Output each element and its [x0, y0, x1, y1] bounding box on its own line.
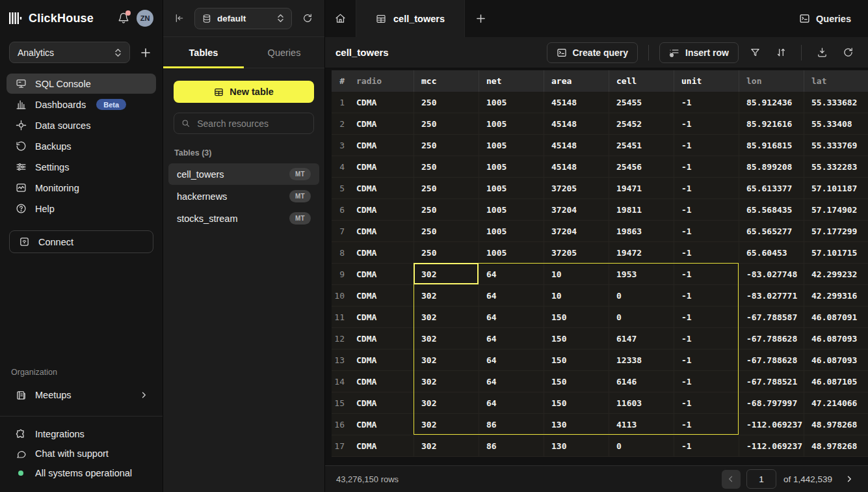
table-cell[interactable]: 0 [609, 307, 674, 327]
table-cell[interactable]: 25452 [609, 113, 674, 134]
table-cell[interactable]: 64 [479, 392, 544, 413]
notifications-button[interactable] [116, 11, 131, 25]
table-cell[interactable]: 86 [479, 414, 544, 435]
table-cell[interactable]: CDMA [349, 199, 414, 220]
table-cell[interactable]: 42.299232 [804, 264, 868, 284]
table-cell[interactable]: -1 [674, 307, 739, 327]
table-cell[interactable]: CDMA [349, 307, 414, 327]
database-select[interactable]: default [194, 8, 292, 29]
table-cell[interactable]: 250 [414, 242, 479, 263]
table-cell[interactable]: 1005 [479, 199, 544, 220]
sidebar-item-monitoring[interactable]: Monitoring [7, 178, 156, 198]
queries-button[interactable]: Queries [782, 0, 868, 37]
system-status[interactable]: All systems operational [7, 463, 156, 483]
sort-button[interactable] [771, 43, 791, 62]
table-cell[interactable]: 302 [414, 328, 479, 349]
table-cell[interactable]: CDMA [349, 371, 414, 392]
table-cell[interactable]: 150 [544, 371, 609, 392]
table-cell[interactable]: 25455 [609, 92, 674, 113]
sidebar-item-integrations[interactable]: Integrations [7, 424, 156, 444]
table-cell[interactable]: 37204 [544, 199, 609, 220]
table-cell[interactable]: 1005 [479, 242, 544, 263]
table-cell[interactable]: CDMA [349, 135, 414, 156]
table-cell[interactable]: 302 [414, 349, 479, 370]
add-workspace-button[interactable] [138, 45, 153, 61]
table-cell[interactable]: 57.101187 [804, 178, 868, 198]
table-cell[interactable]: -1 [674, 199, 739, 220]
table-cell[interactable]: 55.333682 [804, 92, 868, 113]
table-cell[interactable]: 45148 [544, 135, 609, 156]
table-cell[interactable]: 250 [414, 113, 479, 134]
search-resources-input[interactable] [196, 118, 306, 130]
table-cell[interactable]: -1 [674, 264, 739, 284]
table-cell[interactable]: -1 [674, 221, 739, 241]
column-header-lon[interactable]: lon [739, 70, 804, 92]
table-cell[interactable]: 302 [414, 285, 479, 306]
table-cell[interactable]: 65.613377 [739, 178, 804, 198]
table-cell[interactable]: 46.087093 [804, 328, 868, 349]
table-cell[interactable]: -1 [674, 156, 739, 177]
table-cell[interactable]: 10 [544, 285, 609, 306]
table-cell[interactable]: 4113 [609, 414, 674, 435]
new-tab-button[interactable] [465, 0, 496, 37]
table-cell[interactable]: -1 [674, 92, 739, 113]
table-cell[interactable]: 64 [479, 371, 544, 392]
column-header-lat[interactable]: lat [804, 70, 868, 92]
table-cell[interactable]: -68.797997 [739, 392, 804, 413]
table-cell[interactable]: -83.027748 [739, 264, 804, 284]
table-cell[interactable]: 11603 [609, 392, 674, 413]
column-header-radio[interactable]: radio [349, 70, 414, 92]
sidebar-item-help[interactable]: Help [7, 198, 156, 219]
table-cell[interactable]: 85.916815 [739, 135, 804, 156]
table-cell[interactable]: -1 [674, 371, 739, 392]
table-cell[interactable]: -1 [674, 242, 739, 263]
table-cell[interactable]: 250 [414, 178, 479, 198]
table-cell[interactable]: -1 [674, 328, 739, 349]
table-cell[interactable]: 302 [414, 392, 479, 413]
document-tab-cell-towers[interactable]: cell_towers [356, 0, 465, 37]
table-cell[interactable]: 302 [414, 371, 479, 392]
table-cell[interactable]: 150 [544, 392, 609, 413]
previous-page-button[interactable] [722, 470, 741, 489]
table-cell[interactable]: 46.087091 [804, 307, 868, 327]
table-cell[interactable]: 25451 [609, 135, 674, 156]
table-cell[interactable]: 48.978268 [804, 435, 868, 456]
table-cell[interactable]: 1005 [479, 92, 544, 113]
table-cell[interactable]: 1005 [479, 221, 544, 241]
column-header-unit[interactable]: unit [674, 70, 739, 92]
table-cell[interactable]: -67.788521 [739, 371, 804, 392]
table-cell[interactable]: 10 [544, 264, 609, 284]
table-cell[interactable]: 45148 [544, 92, 609, 113]
table-cell[interactable]: 302 [414, 307, 479, 327]
next-page-button[interactable] [841, 471, 857, 487]
column-header-cell[interactable]: cell [609, 70, 674, 92]
table-cell[interactable]: 55.332283 [804, 156, 868, 177]
table-cell[interactable]: 45148 [544, 113, 609, 134]
table-cell[interactable]: 19472 [609, 242, 674, 263]
table-cell[interactable]: 85.921616 [739, 113, 804, 134]
table-cell[interactable]: 64 [479, 285, 544, 306]
table-cell[interactable]: -67.788628 [739, 328, 804, 349]
home-button[interactable] [325, 0, 356, 37]
table-cell[interactable]: 250 [414, 156, 479, 177]
table-cell[interactable]: 55.33408 [804, 113, 868, 134]
table-cell[interactable]: 47.214066 [804, 392, 868, 413]
table-cell[interactable]: 64 [479, 328, 544, 349]
table-cell[interactable]: CDMA [349, 264, 414, 284]
new-table-button[interactable]: New table [174, 81, 314, 103]
table-cell[interactable]: 46.087093 [804, 349, 868, 370]
tab-tables[interactable]: Tables [163, 37, 244, 68]
table-cell[interactable]: -1 [674, 285, 739, 306]
table-cell[interactable]: CDMA [349, 392, 414, 413]
table-cell[interactable]: CDMA [349, 221, 414, 241]
table-cell[interactable]: 64 [479, 264, 544, 284]
table-cell[interactable]: 64 [479, 349, 544, 370]
table-cell[interactable]: 85.899208 [739, 156, 804, 177]
table-list-item-cell-towers[interactable]: cell_towers MT [168, 163, 319, 185]
sidebar-item-sql-console[interactable]: SQL Console [7, 74, 156, 94]
table-cell[interactable]: -83.027771 [739, 285, 804, 306]
table-cell[interactable]: 150 [544, 307, 609, 327]
table-cell[interactable]: 250 [414, 135, 479, 156]
table-cell[interactable]: CDMA [349, 414, 414, 435]
tab-queries[interactable]: Queries [244, 37, 324, 68]
